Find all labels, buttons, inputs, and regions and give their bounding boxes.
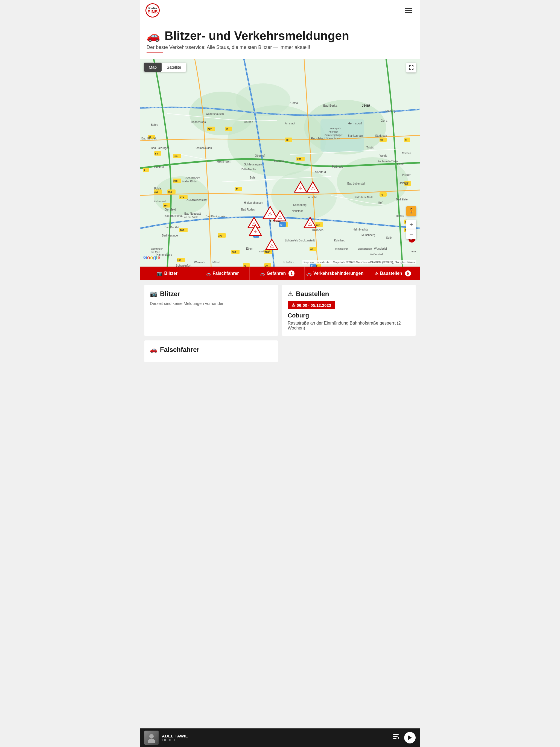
svg-text:70: 70 <box>244 264 246 266</box>
svg-text:Selb: Selb <box>386 236 391 239</box>
svg-text:Plauen: Plauen <box>402 173 411 176</box>
svg-text:85: 85 <box>310 248 313 251</box>
svg-text:Hünfeld: Hünfeld <box>154 166 163 169</box>
svg-text:303: 303 <box>232 251 236 254</box>
svg-text:Weißenstadt: Weißenstadt <box>370 253 384 256</box>
svg-text:⚠: ⚠ <box>308 221 312 227</box>
svg-text:9: 9 <box>405 138 407 141</box>
svg-text:Bad Steben: Bad Steben <box>354 196 368 199</box>
falschfahrer-card-title: Falschfahrer <box>160 346 199 354</box>
svg-text:Bad Hersfeld: Bad Hersfeld <box>142 137 157 140</box>
baustellen-time-badge: ⚠ 06:00 · 05.12.2023 <box>288 301 335 309</box>
svg-text:Hermsdorf: Hermsdorf <box>348 122 362 125</box>
svg-text:Hof: Hof <box>378 201 383 204</box>
filter-baustellen-btn[interactable]: ⚠ Baustellen 9 <box>365 266 420 280</box>
svg-text:Fran...: Fran... <box>411 250 418 253</box>
map-pegman[interactable]: 🧍 <box>406 206 416 216</box>
svg-text:⚠: ⚠ <box>270 243 274 249</box>
map-svg: Naturpark Thüringer Schiefergebirge/ Obe… <box>140 59 420 266</box>
filter-gefahren-btn[interactable]: 🚗 Gefahren 1 <box>250 266 305 280</box>
svg-text:⚠: ⚠ <box>278 214 282 220</box>
svg-text:285: 285 <box>173 155 177 158</box>
svg-text:Zella-Mehlis: Zella-Mehlis <box>241 168 256 171</box>
logo-circle: Radio EINS <box>146 3 160 18</box>
svg-text:Arnstadt: Arnstadt <box>285 122 295 125</box>
map-view-toggle: Map Satellite <box>144 62 186 72</box>
svg-text:Scheßlitz: Scheßlitz <box>283 261 294 264</box>
map-fullscreen-btn[interactable] <box>406 62 416 73</box>
svg-text:Schiefergebirge/: Schiefergebirge/ <box>325 134 342 136</box>
svg-text:Bad Königshofen: Bad Königshofen <box>206 215 226 218</box>
svg-text:Rehau: Rehau <box>396 214 404 217</box>
zoom-out-btn[interactable]: − <box>406 229 416 239</box>
svg-text:Stadtroda: Stadtroda <box>375 134 387 137</box>
svg-text:Schweinfurt: Schweinfurt <box>176 264 191 266</box>
svg-text:Pößneck: Pößneck <box>332 165 343 168</box>
baustellen-title-row: ⚠ Baustellen <box>288 290 410 298</box>
logo-radio-text: Radio <box>149 7 157 10</box>
blitzer-card: 📷 Blitzer Derzeit sind keine Meldungen v… <box>144 285 278 336</box>
svg-text:Jena: Jena <box>361 103 370 107</box>
baustellen-badge-time: 06:00 · 05.12.2023 <box>297 303 331 308</box>
page-title-section: 🚗 Blitzer- und Verkehrsmeldungen Der bes… <box>140 21 420 59</box>
map-data-info: Map data ©2023 GeoBasis-DE/BKG (©2009), … <box>333 261 404 264</box>
page-title-icon: 🚗 <box>147 29 160 42</box>
svg-text:Reichen: Reichen <box>402 152 411 154</box>
falschfahrer-filter-label: Falschfahrer <box>213 271 239 276</box>
svg-text:19: 19 <box>226 128 228 130</box>
terms-link[interactable]: Terms <box>407 261 415 264</box>
svg-text:Thüringer: Thüringer <box>327 130 338 133</box>
svg-text:70: 70 <box>265 264 268 266</box>
svg-text:279: 279 <box>218 234 222 237</box>
svg-text:⚠: ⚠ <box>268 211 273 217</box>
svg-text:Schmalkalden: Schmalkalden <box>195 147 212 150</box>
map-zoom-controls: + − <box>406 220 416 239</box>
falschfahrer-title-row: 🚗 Falschfahrer <box>150 346 272 354</box>
svg-text:Friedrichroda: Friedrichroda <box>190 121 206 124</box>
content-grid: 📷 Blitzer Derzeit sind keine Meldungen v… <box>140 280 420 367</box>
svg-text:Schleusingen: Schleusingen <box>244 163 262 166</box>
svg-text:Suhl: Suhl <box>249 176 255 179</box>
svg-text:Kulmbach: Kulmbach <box>334 239 346 242</box>
map-view-map-btn[interactable]: Map <box>144 62 161 72</box>
svg-text:am Main: am Main <box>151 251 160 254</box>
svg-text:in der Rhön: in der Rhön <box>182 180 197 183</box>
svg-text:Bad Elster: Bad Elster <box>396 198 409 201</box>
filter-blitzer-btn[interactable]: 📷 Blitzer <box>140 266 195 280</box>
map-view-satellite-btn[interactable]: Satellite <box>161 62 186 72</box>
svg-text:90: 90 <box>286 138 288 141</box>
svg-text:Eisenberg: Eisenberg <box>383 110 395 113</box>
logo[interactable]: Radio EINS <box>146 3 160 18</box>
hamburger-menu[interactable] <box>403 6 414 15</box>
baustellen-card-title: Baustellen <box>296 290 329 298</box>
blitzer-card-title: Blitzer <box>160 290 180 298</box>
baustellen-card-icon: ⚠ <box>288 290 293 298</box>
svg-text:Bad Berka: Bad Berka <box>323 104 337 107</box>
svg-text:458: 458 <box>168 190 172 193</box>
svg-text:Bischofsgrün: Bischofsgrün <box>358 248 372 250</box>
svg-text:Bebra: Bebra <box>151 123 158 126</box>
baustellen-description: Raststraße an der Einmündung Bahnhofstra… <box>288 321 410 331</box>
filter-falschfahrer-btn[interactable]: 🚗 Falschfahrer <box>195 266 250 280</box>
hamburger-line-3 <box>405 12 412 13</box>
svg-text:Helmbrechts: Helmbrechts <box>353 228 368 231</box>
svg-text:71: 71 <box>236 188 238 190</box>
svg-text:266: 266 <box>177 259 181 262</box>
baustellen-filter-icon: ⚠ <box>375 271 378 276</box>
falschfahrer-filter-icon: 🚗 <box>206 271 211 276</box>
svg-text:Zeulenroda-Triebe: Zeulenroda-Triebe <box>378 160 398 163</box>
page-subtitle: Der beste Verkehrsservice: Alle Staus, d… <box>147 45 413 50</box>
svg-text:Bischofsheim: Bischofsheim <box>184 177 200 180</box>
keyboard-shortcuts[interactable]: Keyboard shortcuts <box>304 261 330 264</box>
page-title-row: 🚗 Blitzer- und Verkehrsmeldungen <box>147 29 413 42</box>
svg-text:Kronach: Kronach <box>312 228 324 232</box>
zoom-in-btn[interactable]: + <box>406 220 416 229</box>
svg-text:Fulda: Fulda <box>154 187 161 190</box>
svg-text:Gersfeld: Gersfeld <box>164 208 176 211</box>
blitzer-card-icon: 📷 <box>150 290 157 298</box>
map-container[interactable]: Naturpark Thüringer Schiefergebirge/ Obe… <box>140 59 420 266</box>
svg-text:Lichtenfels: Lichtenfels <box>285 239 298 242</box>
svg-text:Neustadt: Neustadt <box>292 209 303 212</box>
filter-verkehr-btn[interactable]: 🚗 Verkehrsbehinderungen <box>305 266 365 280</box>
svg-text:Wunsiedel: Wunsiedel <box>374 247 387 250</box>
